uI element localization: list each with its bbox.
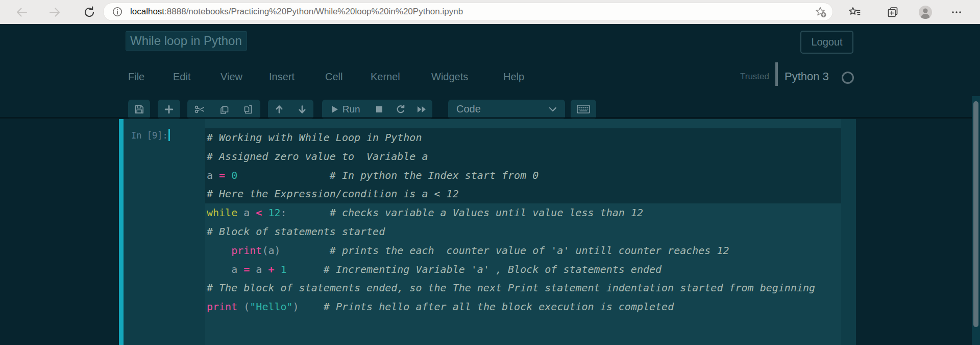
cut-copy-paste-group [187,100,260,119]
copy-button[interactable] [212,100,236,119]
menu-item-kernel[interactable]: Kernel [371,71,400,83]
kernel-name: Python 3 [785,70,829,83]
paste-button[interactable] [236,100,260,119]
code-line[interactable]: print ("Hello") # Prints hello after all… [207,297,815,316]
move-cell-group [268,100,313,119]
cell-type-value: Code [456,103,481,115]
kernel-status-indicator [842,72,854,84]
menu-item-file[interactable]: File [128,71,144,83]
refresh-icon [83,6,96,19]
save-button[interactable] [128,100,150,119]
arrow-down-icon [297,104,307,114]
code-line[interactable]: # Assigned zero value to Variable a [207,147,815,166]
url-text[interactable]: localhost:8888/notebooks/Practicing%20Py… [130,7,463,17]
run-group: Run [322,100,432,119]
paste-icon [243,104,253,114]
save-icon [134,104,144,114]
menu-item-view[interactable]: View [220,71,242,83]
cursor-caret [168,129,170,141]
collections-button[interactable] [885,4,901,20]
code-line[interactable]: while a < 12: # checks variable a Values… [207,203,815,222]
add-favorite-button[interactable] [814,6,827,21]
profile-button[interactable] [917,4,934,20]
back-arrow-icon [15,6,29,19]
insert-cell-button[interactable] [158,100,180,119]
forward-arrow-icon [48,6,61,19]
cut-button[interactable] [187,100,212,119]
scrollbar-track[interactable] [972,96,980,345]
site-info-icon[interactable] [112,6,123,17]
restart-icon [396,104,406,114]
play-icon [331,105,339,114]
arrow-up-icon [274,104,284,114]
avatar-icon [917,4,934,20]
interrupt-kernel-button[interactable] [369,100,390,119]
code-line[interactable]: # Here the Expression/condition is a < 1… [207,185,815,203]
menu-item-help[interactable]: Help [503,71,524,83]
command-palette-button[interactable] [571,100,596,119]
chevron-down-icon [549,107,557,112]
menu-item-cell[interactable]: Cell [325,71,342,83]
code-line[interactable]: # Block of statements started [207,222,815,241]
cell-type-select[interactable]: Code [448,100,565,119]
notebook-header: While loop in Python Logout File Edit Vi… [0,24,980,95]
favorites-button[interactable] [846,4,863,20]
code-line[interactable]: a = 0 # In python the Index start from 0 [207,166,815,185]
run-button[interactable]: Run [322,100,369,119]
fast-forward-icon [416,105,427,114]
stop-icon [376,106,383,113]
code-editor[interactable]: # Working with While Loop in Python# Ass… [205,119,841,345]
input-prompt: In [9]: [131,130,168,141]
logout-button[interactable]: Logout [800,31,853,54]
code-line[interactable]: print(a) # prints the each counter value… [207,241,815,260]
url-host: localhost [130,7,164,16]
kernel-separator [775,62,778,86]
menu-item-widgets[interactable]: Widgets [431,71,468,83]
trusted-badge: Trusted [740,72,769,82]
menu-item-insert[interactable]: Insert [269,71,295,83]
code-line[interactable]: a = a + 1 # Incrementing Variable 'a' , … [207,260,815,279]
forward-button[interactable] [46,4,63,20]
screen: localhost:8888/notebooks/Practicing%20Py… [0,0,980,345]
restart-run-all-button[interactable] [411,100,432,119]
collections-icon [886,6,899,19]
restart-kernel-button[interactable] [390,100,411,119]
scrollbar-thumb[interactable] [973,101,978,327]
plus-icon [164,104,174,114]
move-cell-up-button[interactable] [268,100,291,119]
browser-toolbar: localhost:8888/notebooks/Practicing%20Py… [0,0,980,24]
url-path: :8888/notebooks/Practicing%20Python/Whil… [164,7,463,16]
code-cell[interactable]: In [9]: # Working with While Loop in Pyt… [119,119,856,345]
scissors-icon [194,104,205,114]
address-bar[interactable]: localhost:8888/notebooks/Practicing%20Py… [103,3,833,21]
star-plus-icon [814,6,827,19]
code-line[interactable]: # The block of statements ended, so the … [207,279,815,297]
settings-menu-button[interactable] [948,4,965,20]
keyboard-icon [577,105,590,113]
ellipsis-icon [950,6,963,19]
code-line[interactable]: # Working with While Loop in Python [207,128,815,147]
move-cell-down-button[interactable] [291,100,314,119]
menu-item-edit[interactable]: Edit [173,71,190,83]
copy-icon [219,104,229,114]
notebook-title[interactable]: While loop in Python [126,31,247,51]
favorites-star-icon [848,6,861,19]
refresh-button[interactable] [81,4,97,20]
run-label: Run [342,104,360,115]
back-button[interactable] [14,4,30,20]
code-lines[interactable]: # Working with While Loop in Python# Ass… [207,128,815,316]
